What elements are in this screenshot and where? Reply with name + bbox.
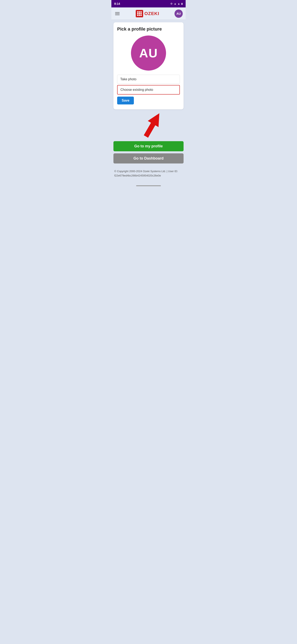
profile-avatar: AU <box>131 36 166 70</box>
logo-icon <box>136 10 143 17</box>
settings-icon: ⚙ <box>170 2 173 5</box>
card-title: Pick a profile picture <box>117 26 180 32</box>
go-to-profile-button[interactable]: Go to my profile <box>113 141 184 151</box>
signal-icon: ▲ <box>178 2 180 5</box>
logo-area: OZEKI <box>136 10 159 17</box>
take-photo-option[interactable]: Take photo <box>117 75 180 84</box>
status-bar: 8:14 ⚙ ▲ ▲ ▮ <box>111 0 186 8</box>
copyright-text: © Copyright 2000-2024 Ozeki Systems Ltd.… <box>114 170 178 177</box>
footer: © Copyright 2000-2024 Ozeki Systems Ltd.… <box>111 166 186 183</box>
battery-icon: ▮ <box>181 2 183 5</box>
home-indicator <box>136 185 161 186</box>
action-buttons: Go to my profile Go to Dashboard <box>113 141 184 164</box>
arrow-annotation <box>122 112 184 138</box>
wifi-icon: ▲ <box>174 2 176 5</box>
main-content: Pick a profile picture AU Take photo Cho… <box>111 20 186 166</box>
save-button[interactable]: Save <box>117 96 134 104</box>
profile-picture-card: Pick a profile picture AU Take photo Cho… <box>113 22 184 110</box>
go-to-dashboard-button[interactable]: Go to Dashboard <box>113 153 184 164</box>
logo-text: OZEKI <box>144 11 159 16</box>
user-avatar-button[interactable]: AU <box>175 10 183 18</box>
navbar: OZEKI AU <box>111 8 186 20</box>
red-arrow-icon <box>140 112 165 138</box>
status-icons: ⚙ ▲ ▲ ▮ <box>170 2 183 5</box>
hamburger-menu[interactable] <box>114 11 120 16</box>
svg-marker-0 <box>141 112 165 138</box>
avatar-container: AU <box>117 36 180 70</box>
choose-existing-photo-option[interactable]: Choose existing photo <box>117 85 180 94</box>
status-time: 8:14 <box>114 2 120 5</box>
